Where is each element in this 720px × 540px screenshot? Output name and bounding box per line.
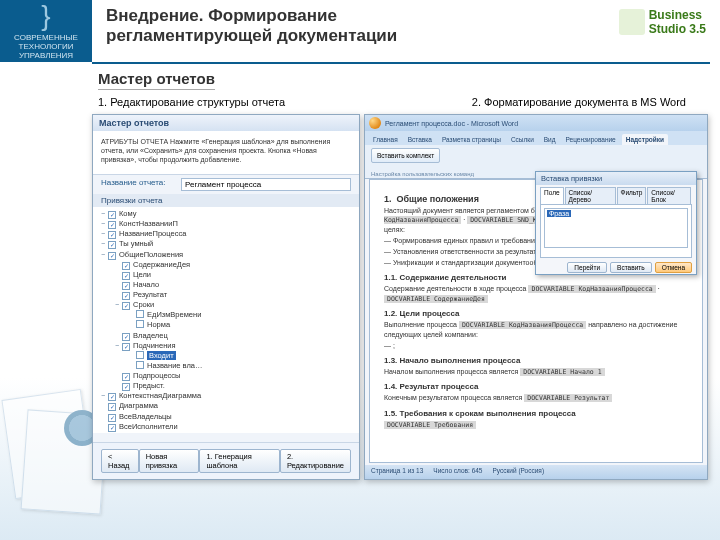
report-wizard-window: Мастер отчетов АТРИБУТЫ ОТЧЕТА Нажмите «… bbox=[92, 114, 360, 480]
tree-item[interactable]: −✓Подчинения Входит Название вла… bbox=[113, 341, 355, 371]
dialog-tab[interactable]: Поле bbox=[540, 187, 564, 204]
subtitle: Мастер отчетов bbox=[98, 70, 215, 90]
caption-right: 2. Форматирование документа в MS Word bbox=[472, 96, 686, 108]
tree-item[interactable]: ✓Подпроцессы bbox=[113, 371, 355, 381]
dialog-tab[interactable]: Список/Блок bbox=[647, 187, 691, 204]
word-window: Регламент процесса.doc - Microsoft Word … bbox=[364, 114, 708, 480]
binding-tree[interactable]: −✓Кому−✓КонстНазванииП−✓НазваниеПроцесса… bbox=[93, 207, 359, 433]
insert-button[interactable]: Вставить bbox=[610, 262, 652, 273]
list-item[interactable]: Фраза bbox=[547, 210, 571, 217]
tree-item[interactable]: Входит bbox=[127, 351, 355, 361]
edit-button[interactable]: 2. Редактирование bbox=[280, 449, 351, 473]
insert-binding-dialog: Вставка привязки ПолеСписок/ДеревоФильтр… bbox=[535, 171, 697, 275]
tree-item[interactable]: ✓СодержаниеДея bbox=[113, 260, 355, 270]
ribbon-tab[interactable]: Рецензирование bbox=[562, 134, 620, 145]
ribbon-tabs[interactable]: ГлавнаяВставкаРазметка страницыСсылкиВид… bbox=[365, 131, 707, 145]
new-binding-button[interactable]: Новая привязка bbox=[139, 449, 200, 473]
tree-item[interactable]: Норма bbox=[127, 320, 355, 330]
tree-item[interactable]: ✓Владелец bbox=[113, 331, 355, 341]
ribbon-tab[interactable]: Ссылки bbox=[507, 134, 538, 145]
tree-item[interactable]: −✓Кому bbox=[99, 209, 355, 219]
tree-item[interactable]: ✓ВсеУчастники bbox=[99, 432, 355, 433]
tree-item[interactable]: −✓Ты умный bbox=[99, 239, 355, 249]
word-title: Регламент процесса.doc - Microsoft Word bbox=[385, 120, 518, 127]
generate-template-button[interactable]: 1. Генерация шаблона bbox=[199, 449, 279, 473]
tree-item[interactable]: −✓НазваниеПроцесса bbox=[99, 229, 355, 239]
ribbon-tab[interactable]: Вставка bbox=[404, 134, 436, 145]
tree-header: Привязки отчета bbox=[93, 194, 359, 207]
ribbon-tab[interactable]: Вид bbox=[540, 134, 560, 145]
wizard-hint: АТРИБУТЫ ОТЧЕТА Нажмите «Генерация шабло… bbox=[93, 131, 359, 175]
tree-item[interactable]: −✓КонстНазванииП bbox=[99, 219, 355, 229]
name-label: Название отчета: bbox=[101, 178, 181, 191]
caption-left: 1. Редактирование структуры отчета bbox=[98, 96, 285, 108]
office-orb-icon[interactable] bbox=[369, 117, 381, 129]
tree-item[interactable]: −✓ОбщиеПоложения ✓СодержаниеДея ✓Цели ✓Н… bbox=[99, 250, 355, 392]
product-logo: BusinessStudio 3.5 bbox=[619, 8, 706, 36]
back-button[interactable]: < Назад bbox=[101, 449, 139, 473]
tree-item[interactable]: ✓ВсеВладельцы bbox=[99, 412, 355, 422]
wizard-title: Мастер отчетов bbox=[93, 115, 359, 131]
ribbon-group-label: Настройка пользовательских команд bbox=[371, 171, 474, 177]
tree-item[interactable]: ✓Диаграмма bbox=[99, 401, 355, 411]
tree-item[interactable]: Название вла… bbox=[127, 361, 355, 371]
word-status-bar: Страница 1 из 13 Число слов: 645 Русский… bbox=[365, 465, 707, 479]
cancel-button[interactable]: Отмена bbox=[655, 262, 692, 273]
tree-item[interactable]: −✓Сроки ЕдИзмВремени Норма bbox=[113, 300, 355, 330]
tree-item[interactable]: ✓Результат bbox=[113, 290, 355, 300]
tree-item[interactable]: ✓Цели bbox=[113, 270, 355, 280]
ribbon-tab[interactable]: Разметка страницы bbox=[438, 134, 505, 145]
brand-badge: } СОВРЕМЕННЫЕ ТЕХНОЛОГИИ УПРАВЛЕНИЯ bbox=[0, 0, 92, 62]
dialog-tab[interactable]: Фильтр bbox=[617, 187, 647, 204]
ribbon-tab[interactable]: Надстройки bbox=[622, 134, 668, 145]
report-name-input[interactable] bbox=[181, 178, 351, 191]
insert-set-button[interactable]: Вставить комплект bbox=[371, 148, 440, 163]
tree-item[interactable]: ЕдИзмВремени bbox=[127, 310, 355, 320]
tree-item[interactable]: ✓ВсеИсполнители bbox=[99, 422, 355, 432]
tree-item[interactable]: −✓КонтекстнаяДиаграмма bbox=[99, 391, 355, 401]
tree-item[interactable]: ✓Начало bbox=[113, 280, 355, 290]
binding-list[interactable]: Фраза bbox=[544, 208, 688, 248]
detail-button[interactable]: Перейти bbox=[567, 262, 607, 273]
dialog-title: Вставка привязки bbox=[536, 172, 696, 185]
tree-item[interactable]: ✓Предыст. bbox=[113, 381, 355, 391]
dialog-tab[interactable]: Список/Дерево bbox=[565, 187, 616, 204]
studio-icon bbox=[619, 9, 645, 35]
ribbon-tab[interactable]: Главная bbox=[369, 134, 402, 145]
